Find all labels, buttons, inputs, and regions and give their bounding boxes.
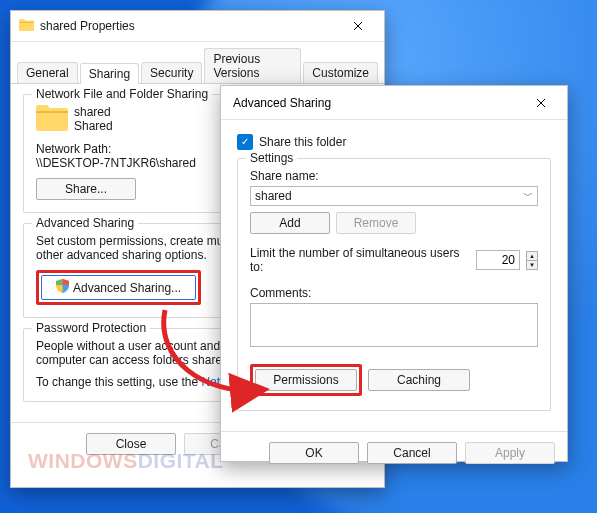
limit-users-spinner[interactable]: ▲▼	[526, 251, 538, 270]
folder-icon	[19, 19, 34, 34]
comments-textarea[interactable]	[250, 303, 538, 347]
uac-shield-icon	[56, 279, 69, 296]
ok-button[interactable]: OK	[269, 442, 359, 464]
tab-general[interactable]: General	[17, 62, 78, 83]
folder-name: shared	[74, 105, 113, 119]
group-title-settings: Settings	[246, 151, 297, 165]
permissions-button[interactable]: Permissions	[255, 369, 357, 391]
remove-button[interactable]: Remove	[336, 212, 416, 234]
dialog-apply-button[interactable]: Apply	[465, 442, 555, 464]
folder-icon-large	[36, 105, 68, 134]
caching-button[interactable]: Caching	[368, 369, 470, 391]
window-title: shared Properties	[40, 19, 340, 33]
dialog-title: Advanced Sharing	[229, 96, 523, 110]
share-name-select[interactable]: shared ﹀	[250, 186, 538, 206]
folder-status: Shared	[74, 119, 113, 133]
dialog-footer: OK Cancel Apply	[221, 431, 567, 474]
advanced-sharing-dialog: Advanced Sharing ✓ Share this folder Set…	[220, 85, 568, 462]
tab-strip: General Sharing Security Previous Versio…	[11, 42, 384, 84]
share-folder-checkbox[interactable]: ✓	[237, 134, 253, 150]
tab-customize[interactable]: Customize	[303, 62, 378, 83]
group-title-advanced: Advanced Sharing	[32, 216, 138, 230]
chevron-down-icon: ﹀	[523, 189, 533, 203]
dialog-cancel-button[interactable]: Cancel	[367, 442, 457, 464]
titlebar-dialog[interactable]: Advanced Sharing	[221, 86, 567, 120]
highlight-permissions-btn: Permissions	[250, 364, 362, 396]
tab-sharing[interactable]: Sharing	[80, 63, 139, 84]
limit-users-input[interactable]	[476, 250, 520, 270]
limit-users-label: Limit the number of simultaneous users t…	[250, 246, 470, 274]
share-folder-label: Share this folder	[259, 135, 346, 149]
titlebar-parent[interactable]: shared Properties	[11, 11, 384, 42]
group-title-network: Network File and Folder Sharing	[32, 87, 212, 101]
advanced-sharing-button[interactable]: Advanced Sharing...	[41, 275, 196, 300]
tab-security[interactable]: Security	[141, 62, 202, 83]
group-title-password: Password Protection	[32, 321, 150, 335]
comments-label: Comments:	[250, 286, 538, 300]
highlight-advanced-btn: Advanced Sharing...	[36, 270, 201, 305]
advanced-sharing-label: Advanced Sharing...	[73, 281, 181, 295]
tab-previous-versions[interactable]: Previous Versions	[204, 48, 301, 83]
close-button[interactable]: Close	[86, 433, 176, 455]
add-button[interactable]: Add	[250, 212, 330, 234]
share-button[interactable]: Share...	[36, 178, 136, 200]
share-name-label: Share name:	[250, 169, 538, 183]
share-name-value: shared	[255, 189, 292, 203]
settings-group: Settings Share name: shared ﹀ Add Remove…	[237, 158, 551, 411]
close-icon[interactable]	[340, 12, 376, 40]
dialog-close-icon[interactable]	[523, 89, 559, 117]
